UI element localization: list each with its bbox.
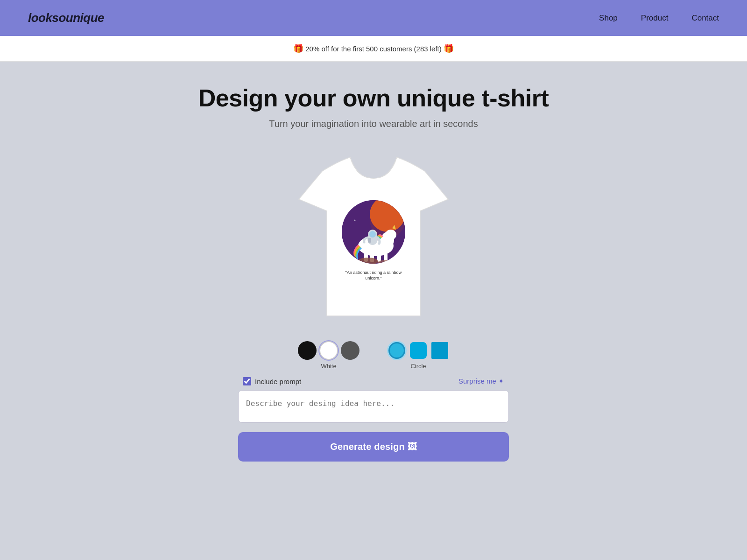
color-picker: White	[298, 341, 359, 370]
svg-text:unicorn.": unicorn."	[365, 276, 381, 280]
prompt-input[interactable]	[238, 390, 509, 423]
svg-rect-21	[368, 238, 371, 243]
color-swatch-black[interactable]	[298, 341, 317, 360]
nav-shop[interactable]: Shop	[599, 14, 618, 22]
svg-point-16	[385, 230, 396, 240]
design-controls: White Circle	[9, 341, 738, 370]
shape-square-inner	[431, 342, 448, 359]
shape-circle-btn[interactable]	[388, 341, 406, 360]
gift-icon-left: 🎁	[293, 44, 303, 53]
shape-picker: Circle	[388, 341, 449, 370]
generate-btn-wrapper: Generate design 🖼	[238, 432, 509, 462]
hero-heading: Design your own unique t-shirt	[9, 84, 738, 112]
shape-rounded-inner	[410, 342, 427, 359]
hero-subheading: Turn your imagination into wearable art …	[9, 119, 738, 129]
hero-section: Design your own unique t-shirt Turn your…	[0, 62, 747, 471]
include-prompt-checkbox[interactable]	[243, 377, 251, 385]
prompt-area	[238, 390, 509, 425]
nav-links: Shop Product Contact	[599, 14, 719, 23]
svg-point-8	[354, 220, 356, 221]
nav-product[interactable]: Product	[641, 14, 669, 22]
promo-bar: 🎁 20% off for the first 500 customers (2…	[0, 36, 747, 62]
navbar: looksounique Shop Product Contact	[0, 0, 747, 36]
color-swatch-row	[298, 341, 359, 360]
logo[interactable]: looksounique	[28, 11, 104, 25]
prompt-options-row: Include prompt Surprise me ✦	[238, 377, 509, 385]
color-label: White	[321, 363, 336, 370]
shape-label: Circle	[410, 363, 426, 370]
gift-icon-right: 🎁	[444, 44, 454, 53]
surprise-me-button[interactable]: Surprise me ✦	[458, 377, 504, 385]
promo-text: 20% off for the first 500 customers (283…	[305, 45, 442, 53]
include-prompt-text: Include prompt	[255, 378, 301, 385]
generate-design-button[interactable]: Generate design 🖼	[238, 432, 509, 462]
shape-rounded-btn[interactable]	[409, 341, 428, 360]
svg-point-20	[369, 231, 376, 238]
shape-square-btn[interactable]	[430, 341, 449, 360]
tshirt-preview: "An astronaut riding a rainbow unicorn."	[294, 143, 453, 330]
color-swatch-darkgray[interactable]	[341, 341, 359, 360]
svg-text:"An astronaut riding a rainbow: "An astronaut riding a rainbow	[345, 270, 402, 275]
include-prompt-label[interactable]: Include prompt	[243, 377, 301, 385]
color-swatch-white[interactable]	[319, 341, 338, 360]
shape-swatch-row	[388, 341, 449, 360]
svg-rect-13	[377, 252, 381, 262]
nav-contact[interactable]: Contact	[691, 14, 719, 22]
shape-circle-inner	[388, 342, 405, 359]
